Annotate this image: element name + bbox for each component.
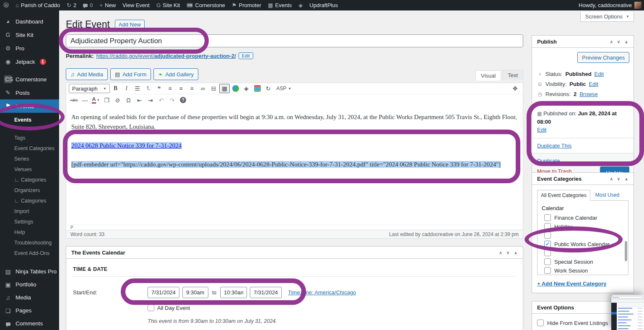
hide-from-listings-checkbox[interactable] bbox=[537, 320, 544, 326]
submenu-item-troubleshooting[interactable]: Troubleshooting bbox=[0, 237, 59, 248]
category-row[interactable] bbox=[544, 232, 627, 239]
category-row-work-session[interactable]: Work Session bbox=[544, 267, 627, 274]
numbered-list-icon[interactable]: ⒈ bbox=[143, 84, 153, 93]
browse-revisions-link[interactable]: Browse bbox=[579, 91, 597, 97]
checkbox[interactable] bbox=[544, 267, 551, 274]
howdy-text[interactable]: Howdy, caddocreative bbox=[579, 2, 632, 8]
category-row[interactable] bbox=[544, 249, 627, 256]
user-avatar[interactable] bbox=[634, 2, 641, 9]
ninja-tables-icon[interactable] bbox=[252, 84, 262, 93]
events-menu[interactable]: ▦Events bbox=[265, 0, 295, 10]
special-character-icon[interactable]: Ω bbox=[123, 96, 134, 105]
checkbox[interactable] bbox=[544, 214, 551, 221]
submenu-item-help[interactable]: Help bbox=[0, 227, 59, 237]
strikethrough-icon[interactable]: ABC bbox=[69, 96, 79, 105]
link-icon[interactable]: ∞ bbox=[197, 84, 208, 93]
move-up-icon[interactable]: ∧ bbox=[499, 250, 502, 255]
outdent-icon[interactable]: ⇤ bbox=[134, 96, 145, 105]
submenu-item-organizers[interactable]: Organizers bbox=[0, 185, 59, 195]
checkbox[interactable] bbox=[544, 258, 551, 265]
editor-element-path[interactable]: P bbox=[66, 225, 523, 230]
undo-icon[interactable]: ↶ bbox=[156, 96, 166, 105]
end-date-input[interactable] bbox=[250, 287, 282, 298]
start-time-input[interactable] bbox=[182, 287, 208, 298]
plugin-swirl-icon[interactable] bbox=[230, 84, 241, 93]
submenu-item-organizer-categories[interactable]: ∟ Categories bbox=[0, 195, 59, 206]
italic-icon[interactable]: I bbox=[121, 84, 132, 93]
screen-share-thumbnail[interactable] bbox=[611, 295, 644, 330]
redo-icon[interactable]: ↷ bbox=[167, 96, 177, 105]
paragraph-format-select[interactable]: Paragraph▼ bbox=[69, 84, 110, 93]
read-more-icon[interactable]: ⊟ bbox=[208, 84, 219, 93]
collapse-icon[interactable]: ▲ bbox=[624, 177, 628, 181]
add-form-button[interactable]: ▤Add Form bbox=[110, 68, 151, 80]
add-new-button[interactable]: Add New bbox=[115, 20, 145, 29]
sidebar-item-posts[interactable]: ✎Posts bbox=[0, 86, 59, 99]
view-event-link[interactable]: View Event bbox=[119, 0, 153, 10]
collapse-icon[interactable]: ▲ bbox=[514, 250, 518, 255]
site-kit-menu[interactable]: GSite Kit bbox=[153, 0, 183, 10]
all-day-checkbox[interactable] bbox=[148, 304, 154, 311]
move-up-icon[interactable]: ∧ bbox=[610, 177, 613, 181]
clear-formatting-icon[interactable]: ⊘ bbox=[112, 96, 123, 105]
cornerstone-menu[interactable]: CSCornerstone bbox=[183, 0, 229, 10]
preview-changes-button[interactable]: Preview Changes bbox=[577, 52, 629, 63]
tab-visual[interactable]: Visual bbox=[475, 70, 501, 81]
sidebar-item-media[interactable]: ♫Media bbox=[0, 291, 59, 304]
sidebar-item-dashboard[interactable]: ◕Dashboard bbox=[0, 15, 59, 28]
submenu-item-event-add-ons[interactable]: Event Add-Ons bbox=[0, 248, 59, 258]
duplicate-this-link[interactable]: Duplicate This bbox=[537, 143, 571, 149]
wordpress-logo-menu[interactable]: Ⓦ bbox=[0, 0, 12, 10]
asp-dropdown[interactable]: ASP▼ bbox=[274, 86, 294, 91]
sidebar-item-cornerstone[interactable]: CSCornerstone bbox=[0, 73, 59, 86]
submenu-item-events[interactable]: Events bbox=[0, 114, 59, 125]
bullet-list-icon[interactable]: ☰ bbox=[132, 84, 143, 93]
move-down-icon[interactable]: ∨ bbox=[617, 177, 620, 181]
edit-published-date-link[interactable]: Edit bbox=[537, 127, 546, 133]
sidebar-item-pages[interactable]: ❏Pages bbox=[0, 304, 59, 317]
submenu-item-settings[interactable]: Settings bbox=[0, 216, 59, 227]
text-color-icon[interactable]: A▼ bbox=[91, 96, 101, 105]
scrollbar-thumb[interactable] bbox=[625, 241, 627, 261]
align-center-icon[interactable]: ≡ bbox=[176, 84, 186, 93]
collapse-icon[interactable]: ▲ bbox=[624, 39, 628, 44]
permalink-edit-button[interactable]: Edit bbox=[239, 52, 253, 59]
horizontal-rule-icon[interactable]: — bbox=[80, 96, 90, 105]
comments-menu[interactable]: 0 bbox=[80, 0, 96, 10]
checkbox[interactable] bbox=[544, 223, 551, 230]
screen-options-button[interactable]: Screen Options ▼ bbox=[580, 12, 634, 22]
refresh-icon[interactable]: ↻ bbox=[263, 84, 273, 93]
tab-most-used[interactable]: Most Used bbox=[595, 192, 619, 200]
editor-content-area[interactable]: An opening of sealed bids for the purcha… bbox=[66, 106, 523, 225]
help-icon[interactable]: ? bbox=[178, 96, 188, 105]
checkbox[interactable] bbox=[544, 232, 551, 239]
align-left-icon[interactable]: ≡ bbox=[165, 84, 175, 93]
submenu-item-venues[interactable]: Venues bbox=[0, 164, 59, 174]
submenu-item-import[interactable]: Import bbox=[0, 206, 59, 216]
sidebar-item-site-kit[interactable]: GSite Kit bbox=[0, 28, 59, 42]
submenu-item-venue-categories[interactable]: ∟ Categories bbox=[0, 174, 59, 185]
end-time-input[interactable] bbox=[220, 287, 247, 298]
event-title-input[interactable] bbox=[66, 34, 523, 47]
checkbox[interactable] bbox=[544, 241, 551, 247]
duplicate-link[interactable]: Duplicate bbox=[537, 158, 560, 164]
updraftplus-menu[interactable]: UpdraftPlus bbox=[306, 0, 341, 10]
tab-all-event-categories[interactable]: All Event Categories bbox=[537, 190, 590, 201]
plugin-diamond-menu[interactable]: ◈ bbox=[295, 0, 306, 10]
category-row-special-session[interactable]: Special Session bbox=[544, 258, 627, 265]
sidebar-item-jetpack[interactable]: ◉Jetpack1 bbox=[0, 55, 59, 68]
layers-icon[interactable]: ◈ bbox=[241, 84, 252, 93]
submenu-item-event-categories[interactable]: Event Categories bbox=[0, 143, 59, 153]
indent-icon[interactable]: ⇥ bbox=[145, 96, 156, 105]
category-row-public-works[interactable]: Public Works Calendar bbox=[544, 241, 627, 247]
sidebar-item-pro[interactable]: ⚙Pro bbox=[0, 42, 59, 55]
public-notice-link[interactable]: 2024 0628 Public Notice 339 for 7-31-202… bbox=[71, 142, 182, 149]
sidebar-item-events[interactable]: ⚑Events bbox=[0, 99, 59, 113]
tab-text[interactable]: Text bbox=[502, 70, 523, 80]
align-right-icon[interactable]: ≡ bbox=[187, 84, 197, 93]
sidebar-item-portfolio[interactable]: ▣Portfolio bbox=[0, 278, 59, 291]
paste-as-text-icon[interactable]: ❒ bbox=[101, 96, 112, 105]
permalink-link[interactable]: https://caddo.gov/event/adjudicated-prop… bbox=[96, 53, 236, 59]
submenu-item-tags[interactable]: Tags bbox=[0, 133, 59, 143]
timezone-link[interactable]: Timezone: America/Chicago bbox=[288, 289, 356, 296]
